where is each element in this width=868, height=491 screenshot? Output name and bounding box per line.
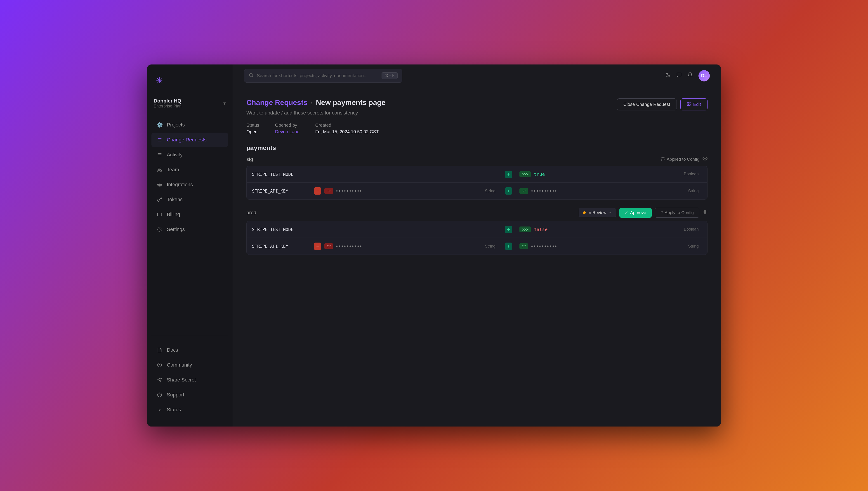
applied-config-label: Applied to Config	[666, 157, 700, 162]
old-secret-dots: ••••••••••	[336, 188, 363, 194]
sidebar: ✳ Doppler HQ Enterprise Plan ▾ ⚙️ Projec…	[147, 64, 233, 427]
activity-icon	[156, 152, 163, 158]
main-content: Search for shortcuts, projects, activity…	[233, 64, 721, 427]
sidebar-item-support[interactable]: Support	[151, 387, 228, 402]
workspace-plan: Enterprise Plan	[154, 104, 182, 109]
sidebar-item-status[interactable]: Status	[151, 403, 228, 417]
section-title: payments	[246, 144, 708, 152]
meta-row: Status Open Opened by Devon Lane Created…	[246, 123, 708, 135]
secret-key: STRIPE_API_KEY	[247, 244, 310, 249]
projects-icon: ⚙️	[156, 122, 163, 128]
status-value: Open	[246, 129, 259, 135]
sidebar-label-activity: Activity	[167, 152, 183, 158]
in-review-status[interactable]: In Review	[579, 208, 616, 217]
breadcrumb-link[interactable]: Change Requests	[246, 98, 307, 107]
svg-point-21	[704, 211, 706, 213]
add-value-button[interactable]: +	[505, 187, 512, 195]
old-type-label: String	[485, 189, 498, 194]
sidebar-item-tokens[interactable]: Tokens	[151, 192, 228, 207]
new-type-tag: str	[520, 243, 528, 249]
theme-toggle-icon[interactable]	[665, 72, 671, 79]
secret-new-val: bool true Boolean	[515, 171, 707, 177]
search-kbd: ⌘ + K	[381, 73, 398, 79]
sidebar-item-change-requests[interactable]: Change Requests	[151, 133, 228, 147]
old-type-label: String	[485, 244, 498, 249]
svg-point-20	[704, 158, 706, 159]
page-title: New payments page	[316, 98, 385, 107]
apply-to-config-button[interactable]: ? Apply to Config	[655, 208, 700, 218]
secret-new-val: str •••••••••• String	[515, 243, 707, 249]
team-icon	[156, 167, 163, 173]
add-value-button[interactable]: +	[505, 226, 512, 233]
close-change-request-button[interactable]: Close Change Request	[617, 98, 677, 110]
remove-old-value-button[interactable]: −	[314, 242, 321, 250]
sidebar-bottom: Docs Community Share Secret	[147, 341, 232, 427]
edit-button[interactable]: Edit	[680, 98, 708, 110]
meta-opened-by: Opened by Devon Lane	[275, 123, 300, 135]
sidebar-label-community: Community	[167, 362, 192, 368]
status-chevron-icon	[608, 210, 612, 215]
type-tag-bool: bool	[520, 171, 531, 177]
new-type-label: String	[688, 244, 703, 249]
sidebar-item-settings[interactable]: Settings	[151, 222, 228, 237]
sidebar-label-tokens: Tokens	[167, 197, 183, 203]
new-secret-dots: ••••••••••	[531, 188, 558, 194]
sidebar-item-billing[interactable]: Billing	[151, 207, 228, 222]
env-stg-eye-button[interactable]	[703, 156, 708, 163]
sidebar-item-projects[interactable]: ⚙️ Projects	[151, 118, 228, 132]
sidebar-label-settings: Settings	[167, 227, 185, 232]
old-type-tag: str	[324, 188, 333, 194]
workspace-chevron-icon: ▾	[223, 100, 226, 106]
add-value-button[interactable]: +	[505, 242, 512, 250]
in-review-label: In Review	[587, 210, 606, 215]
sidebar-item-integrations[interactable]: Integrations	[151, 177, 228, 192]
sidebar-item-community[interactable]: Community	[151, 358, 228, 372]
secret-key: STRIPE_API_KEY	[247, 189, 310, 194]
chat-icon[interactable]	[676, 72, 682, 79]
sidebar-logo: ✳	[147, 64, 232, 96]
env-prod-actions: In Review ✓ Approve	[579, 208, 708, 218]
workspace-name: Doppler HQ	[154, 98, 182, 104]
svg-point-11	[159, 229, 160, 230]
edit-label: Edit	[693, 102, 701, 107]
applied-to-config: Applied to Config	[661, 157, 700, 162]
env-stg: stg Applied to Config	[246, 156, 708, 200]
sidebar-item-docs[interactable]: Docs	[151, 343, 228, 357]
old-type-tag: str	[324, 243, 333, 249]
breadcrumb-title: Change Requests › New payments page	[246, 98, 385, 107]
search-bar[interactable]: Search for shortcuts, projects, activity…	[244, 69, 402, 83]
arrow-divider: +	[502, 226, 515, 233]
opened-by-value[interactable]: Devon Lane	[275, 129, 300, 135]
env-prod-header: prod In Review	[246, 208, 708, 218]
svg-point-18	[250, 73, 252, 76]
user-avatar[interactable]: DL	[699, 70, 710, 82]
env-prod-eye-button[interactable]	[703, 209, 708, 216]
sidebar-label-change-requests: Change Requests	[167, 137, 207, 143]
notifications-icon[interactable]	[687, 72, 693, 79]
sidebar-item-share-secret[interactable]: Share Secret	[151, 373, 228, 387]
apply-config-label: Apply to Config	[664, 210, 694, 215]
logo-icon: ✳	[156, 76, 167, 87]
remove-old-value-button[interactable]: −	[314, 187, 321, 195]
opened-by-label: Opened by	[275, 123, 300, 128]
secret-old-val: − str •••••••••• String	[310, 187, 502, 195]
env-prod: prod In Review	[246, 208, 708, 255]
apply-question-icon: ?	[660, 210, 663, 215]
approve-button[interactable]: ✓ Approve	[619, 208, 652, 218]
meta-status: Status Open	[246, 123, 259, 135]
sidebar-item-activity[interactable]: Activity	[151, 147, 228, 162]
workspace-selector[interactable]: Doppler HQ Enterprise Plan ▾	[147, 96, 232, 115]
sidebar-item-team[interactable]: Team	[151, 163, 228, 177]
page-header: Change Requests › New payments page Want…	[246, 98, 708, 116]
svg-point-6	[158, 168, 160, 170]
old-secret-dots: ••••••••••	[336, 243, 363, 249]
type-tag-bool: bool	[520, 227, 531, 232]
created-value: Fri, Mar 15, 2024 10:50:02 CST	[315, 129, 379, 135]
type-label: Boolean	[684, 227, 703, 232]
status-label: Status	[246, 123, 259, 128]
share-secret-icon	[156, 377, 163, 383]
app-window: ✳ Doppler HQ Enterprise Plan ▾ ⚙️ Projec…	[147, 64, 721, 427]
add-value-button[interactable]: +	[505, 171, 512, 178]
header-left: Change Requests › New payments page Want…	[246, 98, 385, 116]
meta-created: Created Fri, Mar 15, 2024 10:50:02 CST	[315, 123, 379, 135]
